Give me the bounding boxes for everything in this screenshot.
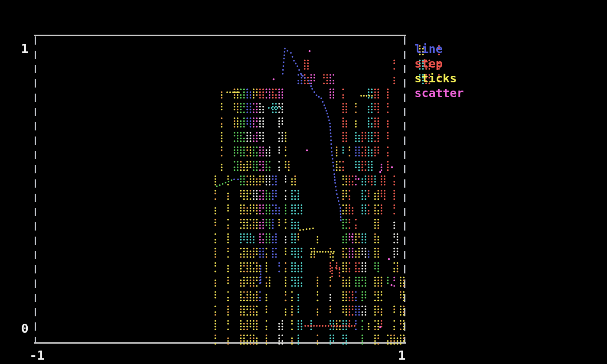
legend-item-step: step: [414, 56, 464, 71]
x-axis-tick-right: 1: [398, 349, 405, 362]
plot-canvas: [0, 0, 607, 364]
legend-item-scatter: scatter: [414, 86, 464, 101]
legend-item-line: line: [414, 42, 464, 56]
y-axis-tick-bottom: 0: [16, 322, 29, 335]
x-axis-tick-left: -1: [29, 349, 45, 362]
legend: line step sticks scatter: [414, 42, 464, 101]
legend-item-sticks: sticks: [414, 71, 464, 86]
y-axis-tick-top: 1: [16, 42, 29, 55]
